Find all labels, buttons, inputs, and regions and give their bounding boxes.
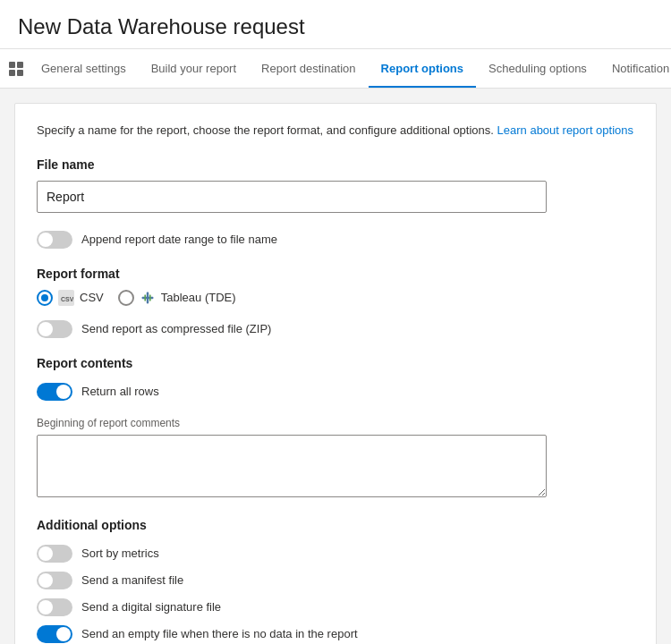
compressed-toggle-thumb bbox=[38, 322, 53, 336]
compressed-toggle-row: Send report as compressed file (ZIP) bbox=[37, 320, 634, 338]
file-name-input[interactable] bbox=[37, 181, 547, 213]
return-all-rows-label: Return all rows bbox=[81, 385, 159, 398]
send-digital-sig-row: Send a digital signature file bbox=[37, 598, 634, 616]
additional-options-label: Additional options bbox=[37, 518, 634, 532]
tab-build-your-report[interactable]: Build your report bbox=[139, 49, 249, 88]
append-toggle-thumb bbox=[38, 233, 53, 247]
svg-text:CSV: CSV bbox=[61, 296, 73, 302]
tab-report-destination[interactable]: Report destination bbox=[249, 49, 369, 88]
send-empty-file-track[interactable] bbox=[37, 625, 72, 643]
send-digital-sig-track[interactable] bbox=[37, 598, 72, 616]
sort-by-metrics-thumb bbox=[38, 547, 53, 561]
svg-rect-7 bbox=[141, 296, 153, 298]
append-toggle-track[interactable] bbox=[37, 231, 72, 249]
format-radio-group: CSV CSV Tableau (TDE) bbox=[37, 290, 634, 306]
sort-by-metrics-label: Sort by metrics bbox=[81, 547, 159, 560]
svg-rect-0 bbox=[9, 62, 15, 68]
append-toggle[interactable] bbox=[37, 231, 72, 249]
comments-label: Beginning of report comments bbox=[37, 417, 634, 429]
tableau-icon bbox=[140, 290, 156, 306]
svg-rect-8 bbox=[144, 294, 146, 301]
send-empty-file-label: Send an empty file when there is no data… bbox=[81, 627, 358, 640]
compressed-toggle-track[interactable] bbox=[37, 320, 72, 338]
send-manifest-toggle[interactable] bbox=[37, 572, 72, 589]
content-area: Specify a name for the report, choose th… bbox=[14, 103, 657, 644]
send-manifest-track[interactable] bbox=[37, 572, 72, 589]
radio-tableau-circle[interactable] bbox=[118, 290, 134, 306]
send-digital-sig-thumb bbox=[38, 600, 53, 614]
radio-tableau[interactable]: Tableau (TDE) bbox=[118, 290, 236, 306]
additional-options-group: Additional options Sort by metrics Send … bbox=[37, 518, 634, 643]
tab-scheduling-options[interactable]: Scheduling options bbox=[476, 49, 599, 88]
file-name-label: File name bbox=[37, 157, 634, 172]
svg-rect-3 bbox=[17, 70, 23, 76]
radio-csv[interactable]: CSV CSV bbox=[37, 290, 104, 306]
report-contents-group: Report contents Return all rows Beginnin… bbox=[37, 356, 634, 500]
report-contents-label: Report contents bbox=[37, 356, 634, 370]
send-manifest-row: Send a manifest file bbox=[37, 572, 634, 589]
send-manifest-thumb bbox=[38, 573, 53, 588]
send-digital-sig-label: Send a digital signature file bbox=[81, 600, 221, 614]
tab-general-settings[interactable]: General settings bbox=[29, 49, 139, 88]
svg-rect-9 bbox=[149, 294, 151, 301]
comments-input[interactable] bbox=[37, 435, 547, 497]
send-empty-file-toggle[interactable] bbox=[37, 625, 72, 643]
return-all-rows-track[interactable] bbox=[37, 383, 72, 401]
description-text: Specify a name for the report, choose th… bbox=[37, 123, 494, 137]
return-all-rows-row: Return all rows bbox=[37, 383, 634, 401]
sort-by-metrics-row: Sort by metrics bbox=[37, 545, 634, 563]
comments-field: Beginning of report comments bbox=[37, 417, 634, 500]
nav-icon[interactable] bbox=[7, 55, 25, 83]
sort-by-metrics-toggle[interactable] bbox=[37, 545, 72, 563]
compressed-toggle-label: Send report as compressed file (ZIP) bbox=[81, 322, 271, 335]
send-digital-sig-toggle[interactable] bbox=[37, 598, 72, 616]
radio-csv-circle[interactable] bbox=[37, 290, 53, 306]
send-manifest-label: Send a manifest file bbox=[81, 573, 183, 587]
tab-report-options[interactable]: Report options bbox=[369, 49, 476, 88]
csv-label: CSV bbox=[80, 291, 104, 304]
sort-by-metrics-track[interactable] bbox=[37, 545, 72, 563]
description: Specify a name for the report, choose th… bbox=[37, 122, 634, 140]
file-name-group: File name bbox=[37, 157, 634, 213]
svg-rect-1 bbox=[17, 62, 23, 68]
send-empty-file-thumb bbox=[56, 627, 71, 641]
report-format-group: Report format CSV CSV bbox=[37, 267, 634, 338]
return-all-rows-thumb bbox=[56, 385, 71, 399]
append-toggle-row: Append report date range to file name bbox=[37, 231, 634, 249]
compressed-toggle[interactable] bbox=[37, 320, 72, 338]
return-all-rows-toggle[interactable] bbox=[37, 383, 72, 401]
csv-icon: CSV bbox=[58, 290, 74, 306]
tableau-label: Tableau (TDE) bbox=[161, 291, 236, 304]
send-empty-file-row: Send an empty file when there is no data… bbox=[37, 625, 634, 643]
svg-rect-2 bbox=[9, 70, 15, 76]
tab-notification-email[interactable]: Notification email bbox=[599, 49, 671, 88]
append-toggle-label: Append report date range to file name bbox=[81, 233, 277, 246]
page-title: New Data Warehouse request bbox=[0, 0, 671, 49]
learn-more-link[interactable]: Learn about report options bbox=[497, 123, 634, 137]
report-format-label: Report format bbox=[37, 267, 634, 281]
tabs-bar: General settings Build your report Repor… bbox=[0, 49, 671, 89]
